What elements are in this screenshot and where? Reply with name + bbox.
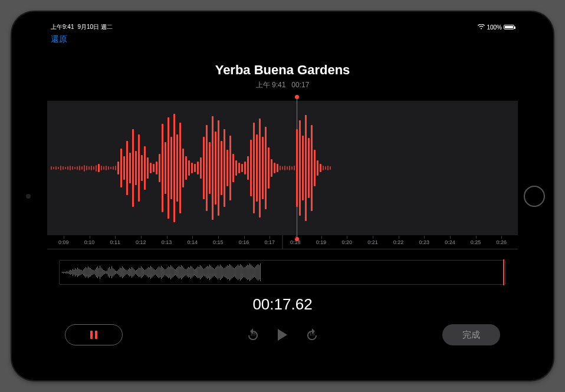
skip-forward-button[interactable]: 15 [305,328,319,342]
main-content: Yerba Buena Gardens 上午 9:41 00:17 0:090:… [47,47,518,370]
back-button[interactable]: 還原 [51,34,67,45]
record-pause-button[interactable] [65,324,123,345]
recording-time: 上午 9:41 [256,81,286,89]
ruler-tick: 0:10 [77,239,103,245]
ruler-tick: 0:15 [205,239,231,245]
pause-icon [90,331,97,339]
play-button[interactable] [278,329,287,341]
ruler-tick: 0:18 [282,239,308,245]
ipad-frame: 上午9:41 9月10日 週二 100% 還原 Yerba Buena Gard… [12,12,553,380]
device-camera [26,194,31,199]
ruler-tick: 0:26 [488,239,514,245]
status-date: 9月10日 週二 [77,23,112,31]
battery-icon [504,25,514,29]
skip-back-label: 15 [246,331,260,337]
ruler-tick: 0:22 [386,239,412,245]
status-time: 上午9:41 [51,23,74,31]
ruler-tick: 0:23 [411,239,437,245]
overview-cursor[interactable] [503,259,504,285]
nav-bar: 還原 [47,32,518,47]
playhead[interactable] [297,97,297,239]
ruler-tick: 0:11 [102,239,128,245]
time-ruler[interactable]: 0:090:100:110:120:130:140:150:160:170:18… [47,235,518,249]
playback-controls: 15 15 完成 [47,324,518,345]
screen: 上午9:41 9月10日 週二 100% 還原 Yerba Buena Gard… [47,22,518,370]
wifi-icon [478,24,485,31]
skip-back-button[interactable]: 15 [246,328,260,342]
done-button[interactable]: 完成 [442,324,500,345]
skip-fwd-label: 15 [305,331,319,337]
ruler-tick: 0:13 [154,239,180,245]
ruler-tick: 0:12 [128,239,154,245]
waveform-overview[interactable] [59,260,506,285]
ruler-tick: 0:14 [179,239,205,245]
home-button[interactable] [524,186,545,207]
ruler-tick: 0:25 [463,239,489,245]
ruler-tick: 0:17 [257,239,282,245]
recording-subtitle: 上午 9:41 00:17 [256,80,310,90]
recording-duration: 00:17 [291,81,309,89]
waveform-main [47,101,518,235]
ruler-tick: 0:09 [51,239,77,245]
ruler-tick: 0:20 [334,239,360,245]
battery-percent: 100% [487,24,502,31]
ruler-tick: 0:19 [308,239,334,245]
waveform-panel[interactable] [47,101,518,235]
ruler-tick: 0:16 [231,239,257,245]
ruler-tick: 0:24 [437,239,463,245]
ruler-tick: 0:21 [360,239,386,245]
recording-title[interactable]: Yerba Buena Gardens [215,62,350,78]
status-bar: 上午9:41 9月10日 週二 100% [47,22,518,32]
elapsed-timer: 00:17.62 [252,295,312,314]
